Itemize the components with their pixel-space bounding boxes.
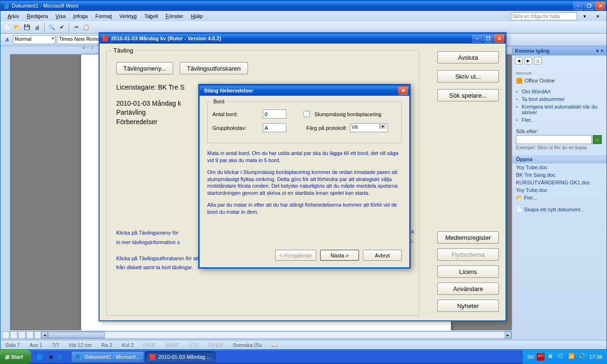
nav-home-icon[interactable]: ⌂ (534, 57, 542, 64)
print-preview-icon[interactable]: 🔍 (47, 23, 56, 32)
styles-icon[interactable]: A (3, 36, 11, 44)
menu-visa[interactable]: Visa (52, 12, 69, 20)
menu-format[interactable]: Format (92, 12, 115, 20)
minimize-button[interactable]: – (573, 1, 583, 10)
antal-bord-input[interactable] (263, 109, 286, 118)
medlemsregister-button[interactable]: Medlemsregister (437, 231, 499, 244)
status-book-icon[interactable]: 📖 (269, 342, 280, 348)
view-print[interactable] (18, 331, 26, 339)
dialog-close-button[interactable]: ✕ (398, 86, 408, 95)
sok-spelare-button[interactable]: Sök spelare... (437, 89, 499, 101)
recent-file-2[interactable]: BK Tre Sang.doc (512, 171, 607, 179)
cut-icon[interactable]: ✂ (72, 23, 81, 32)
open-header: Öppna (512, 155, 607, 164)
status-at: Vid 12 cm (67, 342, 94, 348)
ruter-app-icon: 🟥 (102, 36, 109, 42)
scroll-right-icon[interactable]: ► (505, 332, 511, 338)
view-web[interactable] (10, 331, 18, 339)
menu-verktyg[interactable]: Verktyg (116, 12, 140, 20)
tray-lang[interactable]: SV (527, 354, 534, 360)
close-button[interactable]: ✕ (595, 1, 605, 10)
nav-back-icon[interactable]: ◄ (515, 57, 523, 64)
maximize-button[interactable]: ❐ (584, 1, 594, 10)
search-input[interactable] (516, 135, 592, 144)
help-search-dropdown[interactable]: ▾ (580, 12, 589, 20)
taskbar-word[interactable]: 📘 Dokument1 - Microsof... (71, 351, 144, 363)
antal-bord-label: Antal bord: (212, 111, 260, 117)
gruppbokstav-label: Gruppbokstav: (212, 125, 260, 131)
recent-file-1[interactable]: Yoy Tube.doc (512, 164, 607, 171)
menu-redigera[interactable]: Redigera (23, 12, 51, 20)
taskbar-ruter[interactable]: 🟥 2010-01-03 Måndag ... (145, 351, 215, 363)
tray-volume-icon[interactable]: 🔊 (579, 353, 586, 361)
word-titlebar: 📘 Dokument1 - Microsoft Word – ❐ ✕ (0, 0, 607, 11)
scroll-thumb[interactable] (48, 332, 105, 338)
task-pane-dropdown[interactable]: ▾ (596, 48, 599, 54)
word-title: Dokument1 - Microsoft Word (12, 3, 78, 9)
anvandare-button[interactable]: Användare (437, 282, 499, 295)
bord-group: Bord Antal bord: Slumpmässig bordsplacer… (207, 101, 402, 143)
tray-ati-icon[interactable]: ATI (537, 353, 544, 361)
menu-hjalp[interactable]: Hjälp (188, 12, 206, 20)
windows-logo-icon: ⊞ (5, 354, 9, 360)
horizontal-scrollbar[interactable]: ◄ ► (41, 331, 512, 339)
tray-shield-icon[interactable]: 🛡 (558, 353, 565, 361)
menu-arkiv[interactable]: Arkiv (4, 12, 22, 20)
tray-network-icon[interactable]: 📶 (568, 353, 576, 361)
menubar-close[interactable]: × (593, 12, 603, 20)
menu-tabell[interactable]: Tabell (141, 12, 161, 20)
view-outline[interactable] (26, 331, 34, 339)
task-pane-close[interactable]: × (601, 48, 604, 54)
gruppbokstav-input[interactable] (263, 123, 286, 132)
new-doc-link[interactable]: 📄 Skapa ett nytt dokument... (512, 206, 607, 214)
start-button[interactable]: ⊞ Start (0, 350, 31, 364)
quick-launch: 🌐 🖥 🔵 (31, 352, 69, 362)
nav-fwd-icon[interactable]: ► (524, 57, 532, 64)
view-normal[interactable] (2, 331, 9, 339)
spelling-icon[interactable]: ✔ (57, 23, 66, 32)
statusbar: Sida 7 Avs 1 7/7 Vid 12 cm Ra 2 Kol 2 IN… (0, 340, 607, 349)
skriv-ut-button[interactable]: Skriv ut... (437, 70, 499, 82)
search-go-button[interactable]: → (593, 135, 602, 144)
slumpmassig-checkbox[interactable] (304, 111, 310, 117)
menu-fonster[interactable]: Fönster (162, 12, 186, 20)
open-icon[interactable]: 📂 (13, 23, 21, 32)
new-doc-icon[interactable]: 📄 (3, 23, 11, 32)
recent-more[interactable]: 📂 Fler... (512, 194, 607, 202)
menu-infoga[interactable]: Infoga (70, 12, 91, 20)
help-search-input[interactable] (511, 12, 577, 20)
recent-file-4[interactable]: Yoy Tube.doc (512, 186, 607, 194)
style-combo[interactable]: Normal (13, 35, 55, 44)
tavlingsmeny-button[interactable]: Tävlingsmeny... (116, 62, 173, 74)
link-sidnummer[interactable]: Ta bort sidnummer (516, 95, 603, 103)
avbryt-button[interactable]: Avbryt (363, 250, 402, 261)
recent-file-3[interactable]: KURSUTVÄRDERING GK1.doc (512, 179, 607, 186)
ruter-close-button[interactable]: ✕ (494, 34, 504, 43)
ruter-minimize-button[interactable]: – (472, 34, 482, 43)
licens-button[interactable]: Licens (437, 265, 499, 278)
desktop-icon[interactable]: 🖥 (46, 352, 55, 362)
nyheter-button[interactable]: Nyheter (437, 300, 499, 312)
media-icon[interactable]: 🔵 (56, 352, 65, 362)
tavlingsutforskaren-button[interactable]: Tävlingsutforskaren (180, 62, 248, 74)
scroll-left-icon[interactable]: ◄ (41, 332, 48, 338)
link-korrigera[interactable]: Korrigera text automatiskt när du skrive… (516, 103, 603, 116)
stang-forberedelser-dialog: Stäng förberedelser ✕ Bord Antal bord: S… (198, 84, 411, 269)
status-ext: UTV (187, 342, 201, 348)
avsluta-button[interactable]: Avsluta (437, 51, 499, 64)
flyttschema-button: Flyttschema (437, 248, 499, 261)
foregaende-button: < Föregående (275, 250, 316, 261)
tray-monitor-icon[interactable]: 🖥 (547, 353, 555, 361)
ruter-maximize-button[interactable]: ❐ (483, 34, 493, 43)
tray-clock[interactable]: 17:38 (589, 354, 602, 360)
link-more[interactable]: Fler... (516, 116, 603, 124)
ie-icon[interactable]: 🌐 (35, 352, 45, 362)
copy-icon[interactable]: 📋 (82, 23, 91, 32)
task-pane: Komma igång ▾ × ◄ ► ⌂ Microsoft 🟧 Office… (512, 46, 607, 330)
nasta-button[interactable]: Nästa > (320, 250, 359, 261)
link-wordart[interactable]: Om WordArt (516, 88, 603, 95)
dialog-title: Stäng förberedelser (202, 88, 253, 93)
save-icon[interactable]: 💾 (23, 23, 31, 32)
farg-select[interactable]: Vit (350, 123, 388, 132)
print-icon[interactable]: 🖨 (33, 23, 41, 32)
